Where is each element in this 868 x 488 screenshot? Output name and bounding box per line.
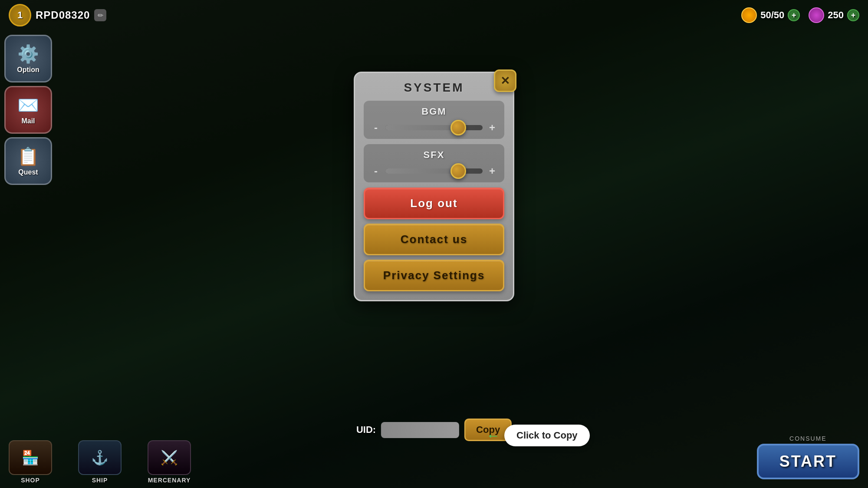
bgm-slider-track[interactable]	[385, 125, 483, 130]
level-badge: 1	[9, 4, 31, 26]
contact-us-button[interactable]: Contact us	[364, 224, 504, 255]
ship-icon: ⚓	[78, 440, 122, 475]
bottom-bar: 🏪 SHOP ⚓ SHIP ⚔️ MERCENARY CONSUME START	[0, 436, 868, 488]
bgm-plus-button[interactable]: +	[487, 122, 497, 134]
close-button[interactable]: ✕	[494, 69, 516, 92]
top-bar: 1 RPD08320 ✏ 50/50 + 250 +	[0, 0, 868, 30]
stamina-resource: 50/50 +	[741, 7, 800, 23]
gems-add-button[interactable]: +	[847, 9, 859, 21]
bgm-slider-fill	[385, 125, 458, 130]
shop-label: SHOP	[21, 477, 40, 484]
bgm-label: BGM	[371, 106, 497, 117]
arrow-icon: ←	[486, 428, 500, 444]
bgm-slider-row: - +	[371, 122, 497, 134]
ship-label: SHIP	[92, 477, 108, 484]
sfx-section: SFX - +	[364, 144, 504, 182]
start-area: CONSUME START	[757, 435, 859, 479]
resources: 50/50 + 250 +	[741, 7, 859, 23]
uid-label: UID:	[356, 424, 376, 435]
start-button[interactable]: START	[757, 444, 859, 479]
sidebar-left: ⚙️ Option ✉️ Mail 📋 Quest	[4, 35, 52, 185]
gems-value: 250	[828, 10, 844, 21]
bgm-section: BGM - +	[364, 101, 504, 139]
logout-button[interactable]: Log out	[364, 188, 504, 219]
bottom-nav-ship[interactable]: ⚓ SHIP	[78, 440, 122, 484]
bgm-slider-thumb[interactable]	[450, 120, 466, 135]
edit-name-icon[interactable]: ✏	[94, 9, 106, 21]
sfx-slider-thumb[interactable]	[450, 163, 466, 179]
sfx-minus-button[interactable]: -	[371, 165, 381, 177]
dialog-body: BGM - + SFX - + Log out	[355, 101, 513, 291]
mercenary-icon: ⚔️	[148, 440, 191, 475]
bottom-nav-mercenary[interactable]: ⚔️ MERCENARY	[148, 440, 191, 484]
sidebar-item-option[interactable]: ⚙️ Option	[4, 35, 52, 82]
sfx-slider-track[interactable]	[385, 168, 483, 174]
quest-label: Quest	[18, 168, 38, 176]
gems-resource: 250 +	[809, 7, 859, 23]
mail-label: Mail	[21, 117, 35, 125]
mail-icon: ✉️	[17, 95, 39, 115]
sidebar-item-quest[interactable]: 📋 Quest	[4, 137, 52, 185]
stamina-icon	[741, 7, 757, 23]
shop-icon: 🏪	[9, 440, 52, 475]
sidebar-item-mail[interactable]: ✉️ Mail	[4, 86, 52, 134]
stamina-value: 50/50	[760, 10, 784, 21]
mercenary-label: MERCENARY	[148, 477, 191, 484]
dialog-title: SYSTEM	[404, 81, 464, 95]
consume-label: CONSUME	[757, 435, 859, 442]
click-to-copy-tooltip: ← Click to Copy	[486, 425, 590, 446]
sfx-plus-button[interactable]: +	[487, 165, 497, 177]
uid-value	[381, 422, 459, 438]
gem-icon	[809, 7, 824, 23]
player-name: RPD08320	[36, 9, 90, 21]
player-info: 1 RPD08320 ✏	[9, 4, 106, 26]
option-icon: ⚙️	[17, 44, 39, 64]
sfx-slider-fill	[385, 168, 458, 174]
system-dialog: SYSTEM ✕ BGM - + SFX -	[354, 72, 514, 301]
dialog-header: SYSTEM ✕	[355, 73, 513, 101]
sfx-label: SFX	[371, 149, 497, 161]
sfx-slider-row: - +	[371, 165, 497, 177]
stamina-add-button[interactable]: +	[788, 9, 800, 21]
bottom-nav-shop[interactable]: 🏪 SHOP	[9, 440, 52, 484]
bgm-minus-button[interactable]: -	[371, 122, 381, 134]
privacy-settings-button[interactable]: Privacy Settings	[364, 260, 504, 291]
option-label: Option	[17, 66, 39, 74]
click-to-copy-label: Click to Copy	[504, 425, 590, 446]
quest-icon: 📋	[17, 146, 39, 167]
